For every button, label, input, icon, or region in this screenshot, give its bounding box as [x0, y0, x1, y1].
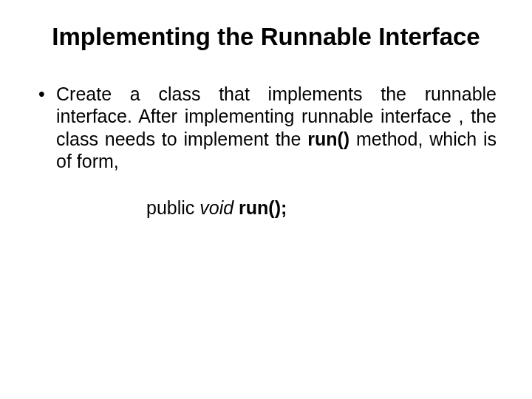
signature-void: void: [200, 197, 239, 218]
slide: Implementing the Runnable Interface Crea…: [0, 0, 532, 399]
bullet-method: run(): [307, 129, 349, 149]
method-signature: public void run();: [35, 197, 497, 219]
signature-public: public: [146, 197, 200, 218]
slide-body: Create a class that implements the runna…: [35, 83, 497, 219]
bullet-item: Create a class that implements the runna…: [35, 83, 497, 173]
slide-title: Implementing the Runnable Interface: [35, 22, 497, 52]
signature-call: run();: [239, 197, 287, 218]
